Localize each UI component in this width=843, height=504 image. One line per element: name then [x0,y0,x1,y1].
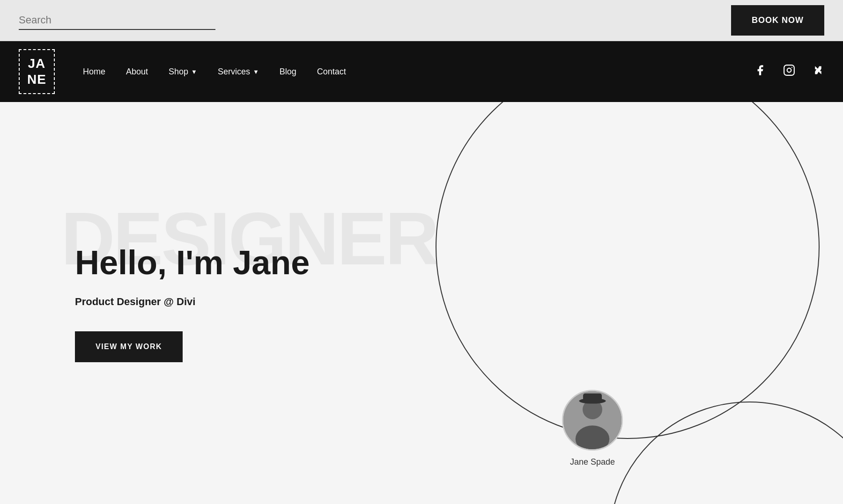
nav-item-shop[interactable]: Shop ▼ [169,67,197,77]
site-logo[interactable]: JA NE [19,49,55,94]
svg-point-2 [791,66,792,67]
social-icons [754,64,824,80]
avatar-area: Jane Spade [562,390,623,467]
view-work-button[interactable]: VIEW MY WORK [75,331,183,362]
nav-left: JA NE Home About Shop ▼ [19,49,346,94]
facebook-icon[interactable] [754,64,766,80]
nav-link-services[interactable]: Services ▼ [218,67,259,77]
hero-section: DESIGNER Hello, I'm Jane Product Designe… [0,102,843,504]
search-input[interactable] [19,11,215,30]
nav-link-blog[interactable]: Blog [280,67,296,77]
hero-subtitle: Product Designer @ Divi [75,296,310,308]
chevron-down-icon: ▼ [253,68,259,75]
top-bar: BOOK NOW [0,0,843,41]
nav-link-home[interactable]: Home [83,67,105,77]
nav-item-blog[interactable]: Blog [280,67,296,77]
avatar [562,390,623,451]
nav-links: Home About Shop ▼ Services ▼ [83,67,346,77]
hero-content: Hello, I'm Jane Product Designer @ Divi … [0,207,385,399]
book-now-button[interactable]: BOOK NOW [731,5,824,36]
avatar-name: Jane Spade [570,457,615,467]
circle-decoration-large [436,102,820,439]
instagram-icon[interactable] [783,64,795,80]
nav-item-home[interactable]: Home [83,67,105,77]
nav-link-contact[interactable]: Contact [317,67,346,77]
nav-bar: JA NE Home About Shop ▼ [0,41,843,102]
nav-link-shop[interactable]: Shop ▼ [169,67,197,77]
nav-item-services[interactable]: Services ▼ [218,67,259,77]
avatar-image [563,391,621,449]
chevron-down-icon: ▼ [191,68,197,75]
svg-point-1 [787,68,791,72]
circle-decoration-small [609,402,843,504]
nav-item-about[interactable]: About [126,67,148,77]
nav-link-about[interactable]: About [126,67,148,77]
nav-item-contact[interactable]: Contact [317,67,346,77]
deviantart-icon[interactable] [812,64,824,80]
svg-rect-0 [784,65,794,75]
hero-title: Hello, I'm Jane [75,244,310,281]
svg-rect-7 [583,394,602,402]
search-container [19,11,215,30]
